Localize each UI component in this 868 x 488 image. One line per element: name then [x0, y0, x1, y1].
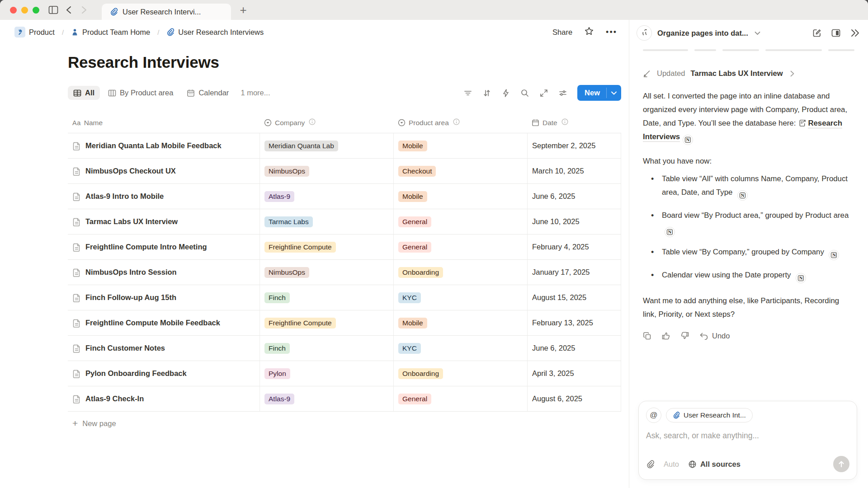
cell-date[interactable]: March 10, 2025: [527, 159, 621, 183]
ai-action-updated-row[interactable]: Updated Tarmac Labs UX Interview: [643, 69, 854, 78]
column-header-date[interactable]: Date: [527, 113, 621, 133]
cell-company[interactable]: Finch: [259, 285, 393, 310]
chevron-down-icon[interactable]: [607, 85, 621, 101]
more-options-icon[interactable]: •••: [606, 28, 617, 37]
cell-company[interactable]: Freightline Compute: [259, 235, 393, 259]
sidebar-toggle-icon[interactable]: [46, 3, 61, 17]
cell-name[interactable]: Tarmac Labs UX Interview: [68, 209, 259, 234]
ai-thread-title[interactable]: Organize pages into dat...: [657, 29, 748, 38]
new-chat-compose-icon[interactable]: [812, 28, 822, 38]
chevron-down-icon[interactable]: [755, 31, 760, 35]
sort-icon[interactable]: [480, 86, 494, 100]
breadcrumb-item-team-home[interactable]: Product Team Home: [68, 27, 153, 38]
new-tab-button[interactable]: +: [236, 3, 251, 17]
cell-company[interactable]: Finch: [259, 336, 393, 361]
panel-layout-icon[interactable]: [831, 28, 841, 38]
cell-product-area[interactable]: Onboarding: [393, 260, 527, 285]
cell-company[interactable]: Atlas-9: [259, 184, 393, 209]
table-row[interactable]: Atlas-9 Intro to Mobile Atlas-9 Mobile J…: [68, 184, 621, 209]
breadcrumb-item-current-page[interactable]: User Research Interviews: [164, 27, 266, 38]
cell-date[interactable]: September 2, 2025: [527, 133, 621, 158]
cell-name[interactable]: Freightline Compute Intro Meeting: [68, 235, 259, 259]
cell-name[interactable]: NimbusOps Intro Session: [68, 260, 259, 285]
cell-date[interactable]: June 6, 2025: [527, 184, 621, 209]
cell-name[interactable]: Atlas-9 Intro to Mobile: [68, 184, 259, 209]
forward-button[interactable]: [76, 3, 92, 17]
breadcrumb-item-product[interactable]: Product: [12, 25, 57, 39]
favorite-star-icon[interactable]: [584, 26, 594, 38]
notion-page-badge-icon[interactable]: N: [683, 135, 693, 145]
cell-date[interactable]: February 4, 2025: [527, 235, 621, 259]
table-row[interactable]: NimbusOps Checkout UX NimbusOps Checkout…: [68, 159, 621, 184]
cell-company[interactable]: Pylon: [259, 361, 393, 386]
cell-product-area[interactable]: General: [393, 209, 527, 234]
minimize-window-button[interactable]: [21, 7, 28, 14]
back-button[interactable]: [61, 3, 76, 17]
table-row[interactable]: Pylon Onboarding Feedback Pylon Onboardi…: [68, 361, 621, 386]
cell-company[interactable]: Meridian Quanta Lab: [259, 133, 393, 158]
copy-icon[interactable]: [643, 332, 651, 340]
automation-zap-icon[interactable]: [499, 86, 513, 100]
cell-company[interactable]: Freightline Compute: [259, 310, 393, 335]
view-tab-all[interactable]: All: [68, 86, 100, 100]
table-row[interactable]: Atlas-9 Check-In Atlas-9 General August …: [68, 386, 621, 412]
close-window-button[interactable]: [10, 7, 17, 14]
cell-name[interactable]: NimbusOps Checkout UX: [68, 159, 259, 183]
table-row[interactable]: Tarmac Labs UX Interview Tarmac Labs Gen…: [68, 209, 621, 235]
view-tab-by-product-area[interactable]: By Product area: [103, 86, 179, 100]
cell-name[interactable]: Atlas-9 Check-In: [68, 386, 259, 411]
cell-product-area[interactable]: Mobile: [393, 184, 527, 209]
cell-date[interactable]: June 6, 2025: [527, 336, 621, 361]
table-row[interactable]: Finch Customer Notes Finch KYC June 6, 2…: [68, 336, 621, 361]
cell-company[interactable]: NimbusOps: [259, 260, 393, 285]
cell-name[interactable]: Pylon Onboarding Feedback: [68, 361, 259, 386]
table-row[interactable]: Freightline Compute Intro Meeting Freigh…: [68, 235, 621, 260]
cell-date[interactable]: August 15, 2025: [527, 285, 621, 310]
thumbs-up-icon[interactable]: [661, 331, 670, 340]
cell-product-area[interactable]: Mobile: [393, 133, 527, 158]
cell-date[interactable]: April 3, 2025: [527, 361, 621, 386]
view-settings-icon[interactable]: [556, 86, 570, 100]
cell-product-area[interactable]: Mobile: [393, 310, 527, 335]
context-page-chip[interactable]: User Research Int...: [666, 408, 753, 422]
cell-date[interactable]: August 6, 2025: [527, 386, 621, 411]
thumbs-down-icon[interactable]: [680, 331, 689, 340]
undo-button[interactable]: Undo: [699, 332, 730, 340]
new-page-button[interactable]: + New page: [68, 412, 621, 435]
all-sources-button[interactable]: All sources: [688, 460, 741, 469]
auto-mode-button[interactable]: Auto: [664, 460, 679, 469]
table-row[interactable]: Meridian Quanta Lab Mobile Feedback Meri…: [68, 133, 621, 159]
filter-icon[interactable]: [461, 86, 475, 100]
cell-date[interactable]: February 13, 2025: [527, 310, 621, 335]
cell-product-area[interactable]: General: [393, 235, 527, 259]
expand-icon[interactable]: [537, 86, 551, 100]
cell-name[interactable]: Finch Customer Notes: [68, 336, 259, 361]
mention-at-button[interactable]: @: [646, 408, 661, 423]
send-button[interactable]: [833, 456, 849, 472]
more-views-link[interactable]: 1 more...: [237, 86, 274, 100]
collapse-panel-chevrons-icon[interactable]: [850, 29, 860, 37]
cell-product-area[interactable]: KYC: [393, 285, 527, 310]
column-header-product-area[interactable]: Product area: [393, 113, 527, 133]
cell-product-area[interactable]: Onboarding: [393, 361, 527, 386]
view-tab-calendar[interactable]: Calendar: [181, 86, 234, 100]
notion-page-badge-icon[interactable]: N: [796, 273, 806, 283]
attach-paperclip-icon[interactable]: [646, 460, 655, 469]
cell-name[interactable]: Finch Follow-up Aug 15th: [68, 285, 259, 310]
ai-input-field[interactable]: Ask, search, or make anything...: [646, 431, 849, 441]
table-row[interactable]: NimbusOps Intro Session NimbusOps Onboar…: [68, 260, 621, 285]
table-row[interactable]: Freightline Compute Mobile Feedback Frei…: [68, 310, 621, 336]
cell-company[interactable]: Tarmac Labs: [259, 209, 393, 234]
cell-company[interactable]: NimbusOps: [259, 159, 393, 183]
column-header-name[interactable]: Aa Name: [68, 113, 259, 133]
active-tab[interactable]: User Research Intervi...: [102, 4, 231, 20]
table-row[interactable]: Finch Follow-up Aug 15th Finch KYC Augus…: [68, 285, 621, 310]
cell-name[interactable]: Freightline Compute Mobile Feedback: [68, 310, 259, 335]
cell-date[interactable]: January 17, 2025: [527, 260, 621, 285]
cell-date[interactable]: June 10, 2025: [527, 209, 621, 234]
cell-product-area[interactable]: Checkout: [393, 159, 527, 183]
cell-name[interactable]: Meridian Quanta Lab Mobile Feedback: [68, 133, 259, 158]
cell-company[interactable]: Atlas-9: [259, 386, 393, 411]
share-button[interactable]: Share: [552, 28, 572, 37]
ai-composer[interactable]: @ User Research Int... Ask, search, or m…: [638, 401, 857, 480]
